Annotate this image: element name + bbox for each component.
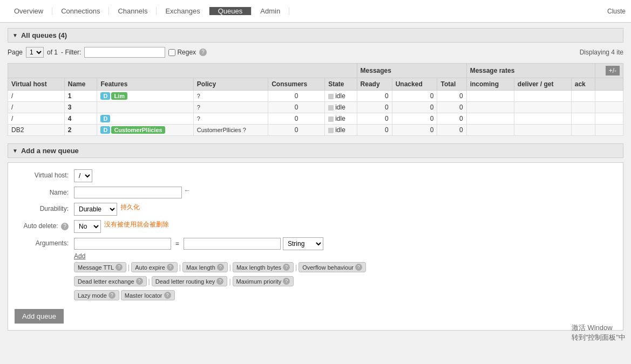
feature-badge: CustomerPllicies (111, 126, 165, 134)
cell-unacked: 0 (392, 113, 437, 125)
arg-hint-master-locator[interactable]: Master locator ? (121, 290, 175, 300)
cluster-label: Cluste (607, 8, 626, 15)
cell-name[interactable]: 3 (64, 102, 97, 113)
all-queues-arrow-icon: ▼ (12, 32, 18, 38)
cell-extra (595, 113, 623, 125)
pagination-row: Page 1 of 1 - Filter: Regex ? Displaying… (8, 47, 623, 58)
regex-checkbox[interactable] (168, 49, 175, 56)
add-queue-title: Add a new queue (21, 147, 79, 155)
queue-table: Messages Message rates +/- Virtual host … (8, 63, 623, 136)
arg-hint-lazy-mode[interactable]: Lazy mode ? (74, 290, 119, 300)
cell-policy: CustomerPllicies ? (193, 125, 268, 136)
durability-label: Durability: (15, 203, 74, 212)
arg-hint-help-icon[interactable]: ? (116, 264, 123, 271)
arg-hint-help-icon[interactable]: ? (355, 264, 362, 271)
arg-hint-auto-expire[interactable]: Auto expire ? (131, 262, 178, 272)
args-value-input[interactable] (184, 238, 281, 250)
tab-admin[interactable]: Admin (252, 7, 289, 15)
table-row[interactable]: /3?0idle000 (8, 102, 623, 113)
regex-help-icon[interactable]: ? (199, 49, 207, 56)
cell-extra (595, 91, 623, 102)
arg-hint-help-icon[interactable]: ? (108, 292, 116, 299)
name-input[interactable] (74, 187, 182, 198)
auto-delete-note: 没有被使用就会被删除 (104, 220, 169, 229)
add-arg-link[interactable]: Add (74, 252, 85, 260)
th-messages: Messages (357, 64, 466, 78)
all-queues-section-header[interactable]: ▼ All queues (4) (8, 28, 623, 43)
arg-hint-message-ttl[interactable]: Message TTL ? (74, 262, 126, 272)
arguments-label: Arguments: (15, 237, 74, 247)
cell-policy: ? (193, 91, 268, 102)
th-toggle[interactable]: +/- (595, 64, 623, 78)
cell-total: 0 (437, 102, 466, 113)
arg-hint-max-length-bytes[interactable]: Max length bytes ? (233, 262, 294, 272)
table-row[interactable]: /1DLim?0idle000 (8, 91, 623, 102)
cell-name[interactable]: 4 (64, 113, 97, 125)
arg-hint-maximum-priority[interactable]: Maximum priority ? (233, 276, 294, 286)
add-queue-arrow-icon: ▼ (12, 148, 18, 154)
arg-hint-overflow-behaviour[interactable]: Overflow behaviour ? (298, 262, 366, 272)
arg-hint-dead-letter-routing-key[interactable]: Dead letter routing key ? (152, 276, 228, 286)
cell-consumers: 0 (268, 113, 325, 125)
name-row: Name: ← (15, 187, 616, 198)
arg-separator: | (229, 278, 230, 285)
auto-delete-select[interactable]: No Yes (74, 220, 101, 233)
main-content: ▼ All queues (4) Page 1 of 1 - Filter: R… (0, 23, 631, 336)
filter-label: - Filter: (61, 49, 81, 56)
arg-hint-help-icon[interactable]: ? (283, 264, 290, 271)
top-bar: Overview Connections Channels Exchanges … (0, 0, 631, 23)
cell-name[interactable]: 1 (64, 91, 97, 102)
tab-queues[interactable]: Queues (209, 7, 252, 15)
tab-connections[interactable]: Connections (52, 7, 109, 15)
arguments-row: Arguments: = String Number Boolean Add M… (15, 237, 616, 300)
auto-delete-help-icon[interactable]: ? (61, 223, 69, 230)
arg-hint-help-icon[interactable]: ? (283, 278, 290, 285)
toggle-columns-button[interactable]: +/- (606, 66, 620, 75)
cell-deliver_get (514, 113, 571, 125)
arg-separator: | (229, 264, 231, 271)
arg-hint-help-icon[interactable]: ? (167, 264, 174, 271)
tab-channels[interactable]: Channels (109, 7, 157, 15)
auto-delete-label: Auto delete: ? (15, 220, 74, 230)
page-select[interactable]: 1 (26, 47, 44, 58)
arg-hint-help-icon[interactable]: ? (217, 264, 224, 271)
feature-badge: D (100, 126, 110, 134)
cell-name[interactable]: 2 (64, 125, 97, 136)
cell-total: 0 (437, 91, 466, 102)
watermark: 激活 Window 转到"控制面板"中 (572, 323, 626, 336)
of-label: of 1 (47, 49, 58, 56)
arg-hint-help-icon[interactable]: ? (216, 278, 223, 285)
virtual-host-select[interactable]: / (74, 169, 92, 182)
durability-row: Durability: Durable Transient 持久化 (15, 203, 616, 216)
arg-hint-help-icon[interactable]: ? (136, 278, 143, 285)
regex-text: Regex (177, 49, 196, 56)
cell-total: 0 (437, 125, 466, 136)
cell-features: DCustomerPllicies (97, 125, 193, 136)
cell-deliver_get (514, 125, 571, 136)
table-row[interactable]: DB22DCustomerPlliciesCustomerPllicies ?0… (8, 125, 623, 136)
th-extra (595, 78, 623, 91)
display-info: Displaying 4 ite (580, 49, 623, 56)
table-row[interactable]: /4D?0idle000 (8, 113, 623, 125)
args-type-select[interactable]: String Number Boolean (283, 237, 323, 250)
tab-exchanges[interactable]: Exchanges (157, 7, 209, 15)
virtual-host-label: Virtual host: (15, 169, 74, 179)
cell-state: idle (325, 113, 357, 125)
durability-note: 持久化 (120, 203, 140, 212)
arg-hint-help-icon[interactable]: ? (164, 292, 171, 299)
args-key-input[interactable] (74, 238, 171, 250)
regex-label[interactable]: Regex (168, 49, 196, 56)
durability-select[interactable]: Durable Transient (74, 203, 117, 216)
tab-overview[interactable]: Overview (5, 7, 52, 15)
cell-total: 0 (437, 113, 466, 125)
th-features: Features (97, 78, 193, 91)
arg-hint-max-length[interactable]: Max length ? (182, 262, 228, 272)
cell-features: DLim (97, 91, 193, 102)
cell-incoming (466, 125, 514, 136)
filter-input[interactable] (84, 47, 165, 58)
add-queue-button[interactable]: Add queue (15, 309, 64, 324)
arg-hint-dead-letter-exchange[interactable]: Dead letter exchange ? (74, 276, 147, 286)
arguments-controls: = String Number Boolean Add Message TTL … (74, 237, 616, 300)
add-queue-section-header[interactable]: ▼ Add a new queue (8, 143, 623, 158)
cell-deliver_get (514, 102, 571, 113)
